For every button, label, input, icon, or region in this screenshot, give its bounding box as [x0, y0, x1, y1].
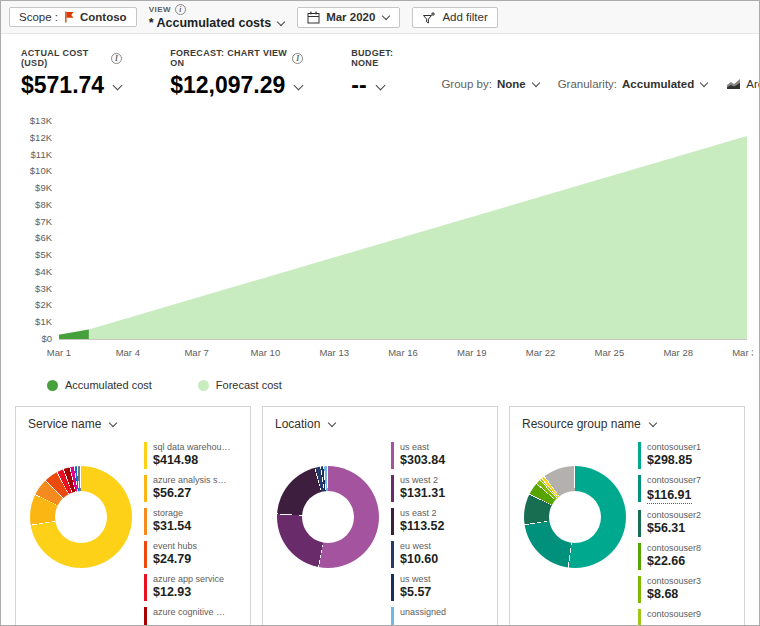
panel-legend-item[interactable]: contosouser8$22.66: [638, 543, 734, 570]
kpi-value: $12,097.29: [170, 72, 285, 99]
y-axis-label: $7K: [35, 216, 53, 227]
legend-item-name: azure cognitive …: [153, 607, 225, 617]
legend-text: us west 2$131.31: [400, 475, 445, 502]
view-value: * Accumulated costs: [149, 16, 272, 30]
scope-icon: [64, 11, 74, 23]
add-filter-button[interactable]: Add filter: [412, 7, 497, 28]
panel-resource-group-name: Resource group name contosouser1$298.85c…: [509, 406, 745, 626]
legend-color-bar: [391, 607, 394, 626]
y-axis-label: $5K: [35, 249, 53, 260]
legend-item-name: eu west: [400, 541, 438, 551]
panel-legend-item[interactable]: contosouser3$8.68: [638, 576, 734, 603]
kpi-label-row: ACTUAL COST (USD) i: [21, 48, 122, 68]
panel-legend-item[interactable]: contosouser9: [638, 609, 734, 626]
legend-color-bar: [638, 442, 641, 469]
legend-item-name: sql data warehou…: [153, 442, 231, 452]
chart-type-dropdown[interactable]: Area: [726, 78, 760, 90]
panel-title-dropdown[interactable]: Service name: [16, 407, 250, 437]
legend-text: eu west$10.60: [400, 541, 438, 568]
chevron-down-icon: [648, 418, 656, 426]
panel-legend-item[interactable]: contosouser2$56.31: [638, 510, 734, 537]
legend-item-name: contosouser1: [647, 442, 701, 452]
legend-label: Forecast cost: [216, 379, 282, 391]
panel-legend-item[interactable]: us west$5.57: [391, 574, 487, 601]
legend-color-bar: [638, 510, 641, 537]
legend-color-bar: [144, 442, 147, 469]
legend-item-value: $113.52: [400, 519, 445, 533]
date-picker-button[interactable]: Mar 2020: [297, 7, 400, 28]
panel-legend-item[interactable]: unassigned: [391, 607, 487, 626]
breakdown-panels: Service name sql data warehou…$414.98azu…: [1, 391, 759, 626]
legend-item-value: $8.68: [647, 587, 701, 601]
panel-legend-item[interactable]: event hubs$24.79: [144, 541, 240, 568]
panel-legend-item[interactable]: us west 2$131.31: [391, 475, 487, 502]
donut-chart-location[interactable]: [277, 466, 379, 568]
chart-legend: Accumulated costForecast cost: [1, 367, 759, 391]
legend-item-name: event hubs: [153, 541, 197, 551]
y-axis-label: $6K: [35, 232, 53, 243]
kpi-value: $571.74: [21, 72, 104, 99]
panel-legend-item[interactable]: azure cognitive …: [144, 607, 240, 626]
chevron-down-icon: [113, 81, 123, 91]
y-axis-label: $8K: [35, 199, 53, 210]
legend-color-bar: [144, 475, 147, 502]
legend-item-name: unassigned: [400, 607, 446, 617]
area-series-accumulated-cost: [59, 329, 89, 339]
donut-chart-service-name[interactable]: [30, 466, 132, 568]
granularity-dropdown[interactable]: Granularity: Accumulated: [558, 78, 709, 90]
group-by-label: Group by:: [441, 78, 492, 90]
y-axis-label: $3K: [35, 283, 53, 294]
legend-item[interactable]: Accumulated cost: [47, 379, 152, 391]
chart-controls: Group by: None Granularity: Accumulated …: [441, 78, 760, 99]
legend-item-name: azure app service: [153, 574, 224, 584]
panel-legend-item[interactable]: azure analysis s…$56.27: [144, 475, 240, 502]
kpi-label-row: FORECAST: CHART VIEW ON i: [170, 48, 303, 68]
panel-legend-item[interactable]: contosouser1$298.85: [638, 442, 734, 469]
panel-legend-item[interactable]: storage$31.54: [144, 508, 240, 535]
y-axis-label: $12K: [30, 132, 53, 143]
kpi-row: ACTUAL COST (USD) i $571.74 FORECAST: CH…: [1, 34, 759, 101]
panel-title-dropdown[interactable]: Resource group name: [510, 407, 744, 437]
panel-legend-item[interactable]: sql data warehou…$414.98: [144, 442, 240, 469]
panel-title: Location: [275, 417, 320, 431]
panel-legend-item[interactable]: azure app service$12.93: [144, 574, 240, 601]
kpi-value-dropdown[interactable]: $571.74: [21, 72, 122, 99]
add-filter-label: Add filter: [442, 11, 487, 23]
legend-item-value: $12.93: [153, 585, 224, 599]
kpi-value: --: [351, 72, 366, 99]
chevron-down-icon: [531, 78, 539, 86]
group-by-value: None: [497, 78, 526, 90]
info-icon[interactable]: i: [111, 53, 122, 64]
kpi-budget: BUDGET: NONE --: [351, 48, 393, 99]
legend-text: sql data warehou…$414.98: [153, 442, 231, 469]
legend-item[interactable]: Forecast cost: [198, 379, 282, 391]
legend-color-bar: [391, 541, 394, 568]
legend-item-value: $56.27: [153, 486, 227, 500]
area-chart: $0$1K$2K$3K$4K$5K$6K$7K$8K$9K$10K$11K$12…: [9, 113, 753, 363]
info-icon[interactable]: i: [292, 53, 303, 64]
panel-title-dropdown[interactable]: Location: [263, 407, 497, 437]
donut-chart-resource-group[interactable]: [524, 466, 626, 568]
panel-legend-item[interactable]: us east$303.84: [391, 442, 487, 469]
legend-color-bar: [144, 541, 147, 568]
view-dropdown[interactable]: * Accumulated costs: [149, 16, 286, 30]
view-selector: VIEW i * Accumulated costs: [149, 4, 286, 30]
panel-legend-item[interactable]: contosouser7$116.91: [638, 475, 734, 504]
y-axis-label: $13K: [30, 115, 53, 126]
scope-button[interactable]: Scope : Contoso: [9, 7, 137, 27]
legend-color-bar: [144, 508, 147, 535]
legend-item-value: $31.54: [153, 519, 191, 533]
x-axis-label: Mar 25: [595, 347, 625, 358]
panel-legend-item[interactable]: eu west$10.60: [391, 541, 487, 568]
legend-label: Accumulated cost: [65, 379, 152, 391]
legend-item-name: contosouser3: [647, 576, 701, 586]
legend-item-value: $303.84: [400, 453, 445, 467]
kpi-value-dropdown[interactable]: --: [351, 72, 393, 99]
toolbar: Scope : Contoso VIEW i * Accumulated cos…: [1, 1, 759, 34]
info-icon[interactable]: i: [175, 4, 186, 15]
panel-service-name: Service name sql data warehou…$414.98azu…: [15, 406, 251, 626]
panel-legend-item[interactable]: us east 2$113.52: [391, 508, 487, 535]
kpi-label-row: BUDGET: NONE: [351, 48, 393, 68]
group-by-dropdown[interactable]: Group by: None: [441, 78, 539, 90]
kpi-value-dropdown[interactable]: $12,097.29: [170, 72, 303, 99]
